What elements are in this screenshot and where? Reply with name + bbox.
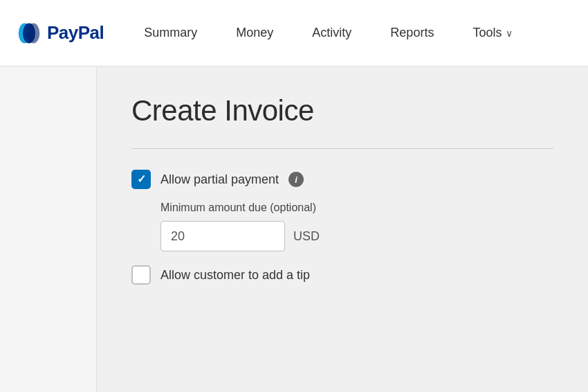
- minimum-amount-input[interactable]: [160, 221, 285, 251]
- currency-label: USD: [293, 229, 320, 244]
- partial-payment-row: ✓ Allow partial payment i: [131, 170, 553, 189]
- info-icon-text: i: [295, 175, 297, 185]
- page-title: Create Invoice: [131, 94, 553, 127]
- svg-point-2: [27, 23, 39, 43]
- sidebar: [0, 66, 97, 392]
- minimum-amount-section: Minimum amount due (optional) USD: [160, 202, 553, 251]
- chevron-down-icon: ∨: [506, 28, 513, 39]
- minimum-amount-label: Minimum amount due (optional): [160, 202, 553, 214]
- nav-summary[interactable]: Summary: [125, 0, 217, 66]
- content-area: Create Invoice ✓ Allow partial payment i…: [97, 66, 588, 392]
- paypal-logo-icon: [17, 21, 42, 46]
- tip-checkbox[interactable]: [131, 265, 151, 285]
- nav-links: Summary Money Activity Reports Tools ∨: [125, 0, 532, 66]
- logo-text: PayPal: [47, 22, 104, 44]
- logo-area: PayPal: [17, 21, 104, 46]
- nav-money[interactable]: Money: [217, 0, 293, 66]
- info-icon[interactable]: i: [288, 172, 304, 187]
- navbar: PayPal Summary Money Activity Reports To…: [0, 0, 588, 66]
- minimum-amount-input-row: USD: [160, 221, 553, 251]
- nav-tools-label: Tools: [472, 26, 502, 40]
- main-content: Create Invoice ✓ Allow partial payment i…: [0, 66, 588, 392]
- tip-label: Allow customer to add a tip: [160, 268, 310, 283]
- partial-payment-checkbox[interactable]: ✓: [131, 170, 151, 189]
- nav-reports[interactable]: Reports: [371, 0, 453, 66]
- divider: [131, 148, 553, 149]
- nav-activity[interactable]: Activity: [293, 0, 371, 66]
- tip-row: Allow customer to add a tip: [131, 265, 553, 285]
- nav-tools[interactable]: Tools ∨: [453, 0, 532, 66]
- partial-payment-label: Allow partial payment: [160, 172, 279, 187]
- checkmark-icon: ✓: [137, 174, 146, 185]
